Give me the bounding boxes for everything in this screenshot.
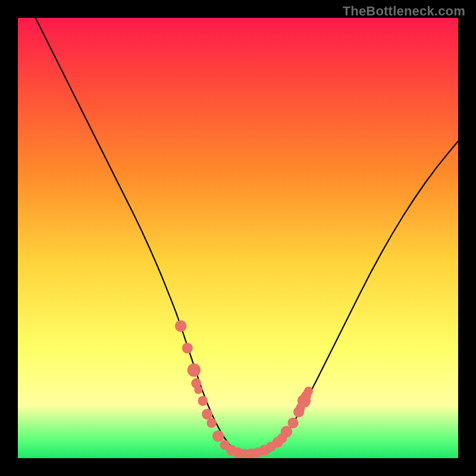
data-point (212, 430, 224, 442)
data-point (287, 418, 298, 428)
data-point (175, 320, 187, 332)
data-point (198, 396, 208, 406)
bottleneck-curve-plot (18, 18, 458, 458)
bottleneck-curve-line (36, 18, 458, 456)
data-point (202, 409, 212, 419)
data-point (182, 343, 193, 353)
data-point (187, 364, 201, 377)
chart-gradient-frame (18, 18, 458, 458)
watermark-text: TheBottleneck.com (343, 4, 465, 19)
data-point (206, 418, 217, 428)
curve-data-points (175, 320, 313, 458)
data-point (304, 387, 313, 396)
data-point (194, 386, 202, 394)
